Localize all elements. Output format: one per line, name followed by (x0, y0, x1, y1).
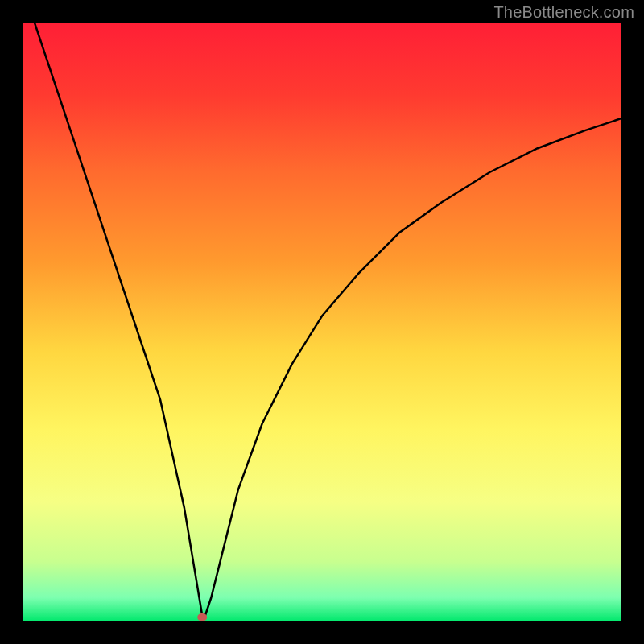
gradient-background (23, 23, 621, 621)
watermark-text: TheBottleneck.com (493, 3, 634, 22)
chart-frame: TheBottleneck.com (0, 0, 644, 644)
optimum-marker (197, 613, 207, 621)
plot-area (23, 23, 621, 621)
chart-svg (23, 23, 621, 621)
